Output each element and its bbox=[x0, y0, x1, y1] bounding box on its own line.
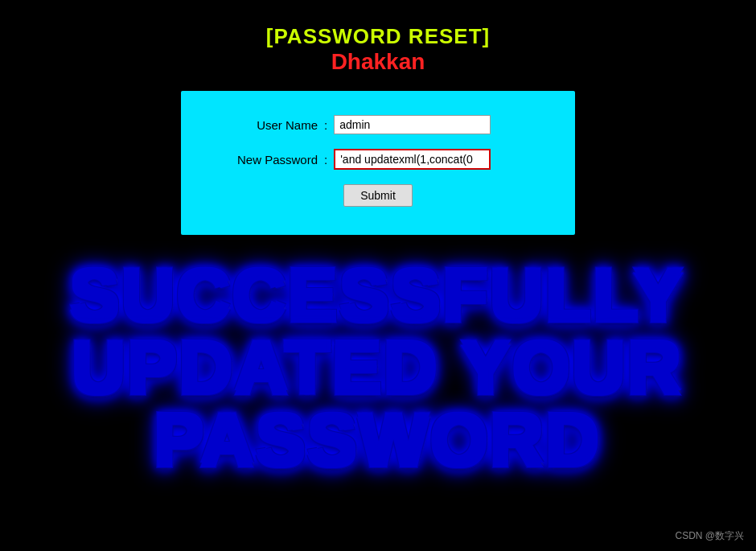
success-line1: SUCCESSFULLY bbox=[71, 259, 686, 331]
success-line2: UPDATED YOUR bbox=[71, 331, 686, 404]
username-input[interactable] bbox=[334, 115, 491, 134]
header-section: [PASSWORD RESET] Dhakkan bbox=[266, 24, 490, 75]
username-colon: : bbox=[324, 118, 327, 132]
password-label: New Password bbox=[213, 153, 318, 167]
success-section: SUCCESSFULLY UPDATED YOUR PASSWORD bbox=[55, 259, 702, 476]
password-row: New Password : bbox=[213, 149, 543, 170]
submit-button[interactable]: Submit bbox=[343, 184, 413, 207]
watermark: CSDN @数字兴 bbox=[675, 529, 744, 543]
submit-row: Submit bbox=[213, 184, 543, 207]
form-container: User Name : New Password : Submit bbox=[181, 91, 575, 235]
password-colon: : bbox=[324, 153, 327, 167]
password-input[interactable] bbox=[334, 149, 491, 170]
app-subtitle: Dhakkan bbox=[266, 49, 490, 75]
success-line3: PASSWORD bbox=[71, 404, 686, 476]
username-label: User Name bbox=[213, 118, 318, 132]
username-row: User Name : bbox=[213, 115, 543, 134]
page-wrapper: [PASSWORD RESET] Dhakkan User Name : New… bbox=[0, 0, 756, 551]
app-title: [PASSWORD RESET] bbox=[266, 24, 490, 49]
